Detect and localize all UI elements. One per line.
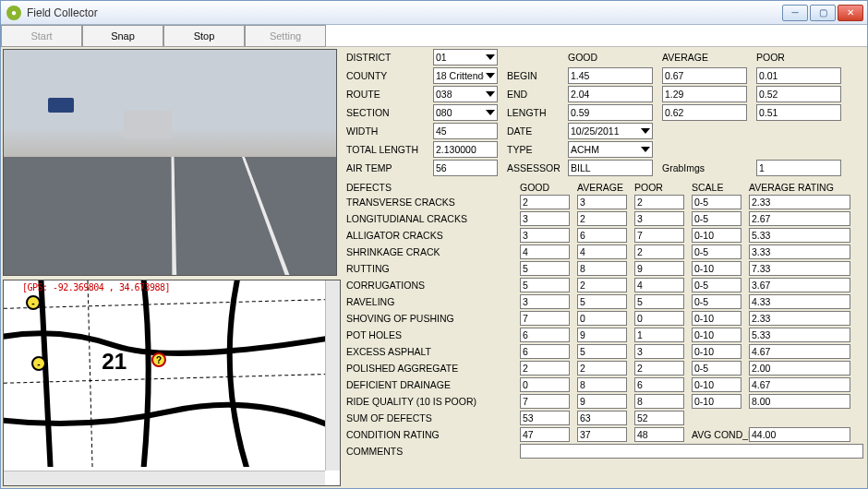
defect-good[interactable]: [520, 328, 570, 342]
defect-avg[interactable]: [577, 311, 627, 326]
length-poor[interactable]: [756, 104, 841, 121]
defect-good[interactable]: [520, 211, 570, 226]
date-select[interactable]: 10/25/2011: [568, 123, 653, 139]
defect-poor[interactable]: [634, 228, 684, 243]
begin-avg[interactable]: [662, 67, 747, 84]
defect-avg[interactable]: [577, 361, 627, 376]
defect-avg[interactable]: [577, 228, 627, 243]
defect-avg[interactable]: [577, 328, 627, 342]
gps-readout: [GPS: -92.369804 , 34.673988]: [22, 282, 170, 292]
defect-scale: [692, 228, 741, 243]
avgcond-value: [749, 427, 850, 442]
defect-name: EXCESS ASPHALT: [346, 346, 512, 357]
length-avg[interactable]: [662, 104, 747, 121]
map-marker[interactable]: -: [26, 295, 41, 310]
airtemp-input[interactable]: [433, 160, 498, 176]
defect-poor[interactable]: [634, 377, 684, 392]
comments-input[interactable]: [520, 444, 863, 459]
defect-poor[interactable]: [634, 261, 684, 276]
cond-avg: [577, 427, 627, 442]
defect-poor[interactable]: [634, 294, 684, 309]
defect-good[interactable]: [520, 394, 570, 409]
district-select[interactable]: 01: [433, 49, 498, 66]
map-current-marker[interactable]: ?: [151, 352, 166, 367]
defect-scale: [692, 344, 741, 359]
defect-rating: [749, 211, 850, 226]
defect-scale: [692, 261, 741, 276]
defect-avg[interactable]: [577, 261, 627, 276]
defect-good[interactable]: [520, 294, 570, 309]
defect-scale: [692, 294, 741, 309]
defect-good[interactable]: [520, 311, 570, 326]
defect-scale: [692, 377, 741, 392]
defect-good[interactable]: [520, 228, 570, 243]
defect-avg[interactable]: [577, 244, 627, 259]
defect-good[interactable]: [520, 244, 570, 259]
stop-button[interactable]: Stop: [163, 25, 245, 47]
map-vscroll[interactable]: [325, 280, 340, 471]
begin-label: BEGIN: [507, 70, 559, 81]
assessor-input[interactable]: [568, 160, 653, 176]
defect-good[interactable]: [520, 377, 570, 392]
map-hscroll[interactable]: [4, 471, 325, 485]
defect-poor[interactable]: [634, 244, 684, 259]
defect-rating: [749, 361, 850, 376]
defect-good[interactable]: [520, 344, 570, 359]
cond-label: CONDITION RATING: [346, 429, 512, 440]
defect-good[interactable]: [520, 261, 570, 276]
defect-avg[interactable]: [577, 278, 627, 292]
defect-avg[interactable]: [577, 344, 627, 359]
assessor-label: ASSESSOR: [507, 162, 559, 173]
total-length-label: TOTAL LENGTH: [346, 144, 424, 155]
defect-poor[interactable]: [634, 394, 684, 409]
begin-good[interactable]: [568, 67, 653, 84]
map-view[interactable]: 21 [GPS: -92.369804 , 34.673988] - - ?: [3, 280, 341, 486]
defect-rating: [749, 394, 850, 409]
defect-rating: [749, 195, 850, 209]
defect-name: RUTTING: [346, 263, 512, 274]
defect-poor[interactable]: [634, 361, 684, 376]
width-input[interactable]: [433, 123, 498, 139]
defect-poor[interactable]: [634, 311, 684, 326]
defect-poor[interactable]: [634, 328, 684, 342]
defect-good[interactable]: [520, 195, 570, 209]
grabimgs-input[interactable]: [756, 160, 841, 176]
total-length-input[interactable]: [433, 141, 498, 158]
minimize-button[interactable]: ─: [782, 5, 808, 21]
county-select[interactable]: 18 Crittenden: [433, 67, 498, 84]
defect-poor[interactable]: [634, 344, 684, 359]
type-select[interactable]: ACHM: [568, 141, 653, 158]
vehicle: [124, 111, 172, 138]
defect-good[interactable]: [520, 278, 570, 292]
defect-poor[interactable]: [634, 195, 684, 209]
end-poor[interactable]: [756, 86, 841, 102]
end-avg[interactable]: [662, 86, 747, 102]
defect-scale: [692, 361, 741, 376]
length-good[interactable]: [568, 104, 653, 121]
avgcond-label: AVG COND_RATING: [692, 429, 741, 440]
defect-good[interactable]: [520, 361, 570, 376]
app-icon: ●: [6, 6, 21, 20]
begin-poor[interactable]: [756, 67, 841, 84]
defect-avg[interactable]: [577, 377, 627, 392]
section-select[interactable]: 080: [433, 104, 498, 121]
defect-avg[interactable]: [577, 195, 627, 209]
defect-name: POT HOLES: [346, 329, 512, 340]
rating-col: AVERAGE RATING: [749, 182, 850, 193]
route-select[interactable]: 038: [433, 86, 498, 102]
defect-name: TRANSVERSE CRACKS: [346, 197, 512, 208]
map-roads: 21: [4, 280, 340, 467]
defect-avg[interactable]: [577, 394, 627, 409]
defect-avg[interactable]: [577, 211, 627, 226]
close-button[interactable]: ✕: [838, 5, 863, 21]
setting-button[interactable]: Setting: [245, 25, 326, 47]
snap-button[interactable]: Snap: [82, 25, 163, 47]
end-good[interactable]: [568, 86, 653, 102]
defect-poor[interactable]: [634, 211, 684, 226]
defect-avg[interactable]: [577, 294, 627, 309]
defect-poor[interactable]: [634, 278, 684, 292]
maximize-button[interactable]: ▢: [810, 5, 836, 21]
start-button[interactable]: Start: [1, 25, 82, 47]
map-marker[interactable]: -: [31, 356, 46, 371]
defect-name: POLISHED AGGREGATE: [346, 363, 512, 374]
